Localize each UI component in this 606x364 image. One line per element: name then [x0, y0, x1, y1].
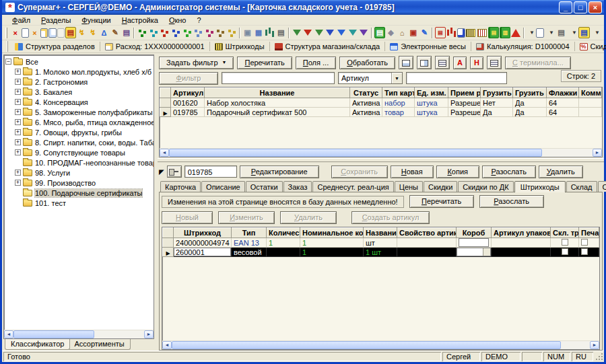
- menu-settings[interactable]: Настройка: [117, 15, 163, 25]
- extra-dropdown-arrow-icon[interactable]: ▼: [593, 30, 601, 36]
- structure-red-alt-icon[interactable]: [204, 27, 215, 38]
- journal-dropdown-icon[interactable]: ▤: [578, 27, 590, 38]
- expand-plus-icon[interactable]: +: [15, 99, 21, 105]
- lookup-button[interactable]: [483, 248, 490, 256]
- column-header[interactable]: Грузить в в: [481, 88, 513, 98]
- scroll-right-icon[interactable]: ►: [144, 330, 154, 338]
- column-header[interactable]: Скл. треб.: [551, 228, 579, 238]
- tree-item[interactable]: +1. Молоко мол.продукты, хлеб х/б издели: [5, 67, 154, 77]
- tab-electronic-scales[interactable]: Электронные весы: [384, 42, 471, 51]
- column-header[interactable]: Количество: [267, 228, 300, 238]
- scroll-thumb[interactable]: [13, 330, 94, 338]
- expand-plus-icon[interactable]: +: [15, 129, 21, 135]
- funnel-6-icon[interactable]: [347, 27, 358, 38]
- column-header[interactable]: Печать в ц: [579, 228, 599, 238]
- tab-calculation[interactable]: Калькуляция: D1000004: [471, 42, 574, 51]
- expand-plus-icon[interactable]: +: [15, 79, 21, 85]
- toolbar-grip[interactable]: [5, 28, 7, 38]
- printer-icon[interactable]: ▤: [275, 27, 286, 38]
- tree-item[interactable]: +3. Бакалея: [5, 87, 154, 97]
- process-button[interactable]: Обработать: [339, 57, 395, 69]
- copy-card-icon[interactable]: [48, 28, 56, 38]
- tab-barcodes[interactable]: Штрихкоды: [514, 181, 566, 192]
- column-header[interactable]: Коммент: [579, 88, 602, 98]
- tree-item[interactable]: +9. Сопутствующие товары: [5, 147, 154, 157]
- expand-plus-icon[interactable]: +: [15, 69, 21, 75]
- column-header[interactable]: Штрихкод: [174, 228, 232, 238]
- column-header[interactable]: Артикул упаковки: [492, 228, 551, 238]
- tree-item[interactable]: +5. Замороженные полуфабрикаты: [5, 107, 154, 117]
- tab-assortments[interactable]: Ассортименты: [68, 339, 130, 350]
- chart-red-icon[interactable]: [446, 27, 457, 38]
- tree-item[interactable]: +8. Спирт. напитки, соки, воды. Табачные: [5, 137, 154, 147]
- structure-cyan-alt-icon[interactable]: [193, 27, 203, 38]
- card-row-current[interactable]: ▶ 019785 Подарочный сертификат 500 Актив…: [160, 108, 602, 117]
- scroll-thumb[interactable]: [169, 149, 542, 157]
- tab-classifier[interactable]: Классификатор: [5, 339, 70, 350]
- barcode-cell-editor[interactable]: 2600001: [174, 248, 231, 256]
- cancel-icon[interactable]: ×: [10, 27, 21, 38]
- split-none-button[interactable]: [435, 56, 450, 69]
- doc-red-icon[interactable]: ▤: [435, 27, 446, 38]
- column-header[interactable]: Тип: [232, 228, 267, 238]
- close-button[interactable]: ×: [588, 1, 602, 13]
- cart-icon[interactable]: ▣: [408, 27, 419, 38]
- tree-item[interactable]: +7. Овощи, фрукты, грибы: [5, 127, 154, 137]
- hierarchy-icon[interactable]: [215, 27, 226, 38]
- doc-blue-icon[interactable]: [457, 28, 465, 38]
- structure-green-icon[interactable]: [137, 27, 147, 38]
- set-filter-button[interactable]: Задать фильтр▼: [159, 57, 234, 69]
- menu-help[interactable]: ?: [192, 15, 205, 25]
- brush-icon[interactable]: ✎: [419, 27, 430, 38]
- barcodes-send-button[interactable]: Разослать: [479, 195, 544, 208]
- expand-plus-icon[interactable]: +: [15, 149, 21, 155]
- paste-card-icon[interactable]: [57, 28, 65, 38]
- new-button[interactable]: Новая: [391, 166, 434, 178]
- column-header[interactable]: Название: [364, 228, 397, 238]
- tab-discounts[interactable]: Скидки: [424, 181, 457, 192]
- combo-dropdown-icon[interactable]: ▼: [391, 73, 402, 83]
- card-row[interactable]: 001620 Набор холостяка Активна набор шту…: [160, 98, 602, 108]
- quick-filter-alt-icon[interactable]: ↯: [88, 27, 98, 38]
- send-button[interactable]: Разослать: [482, 166, 536, 178]
- structure-cyan-icon[interactable]: [148, 27, 159, 38]
- new-doc-dropdown-arrow-icon[interactable]: ▼: [528, 30, 536, 36]
- list-mode-button[interactable]: [487, 56, 502, 69]
- collapse-minus-icon[interactable]: −: [5, 59, 11, 65]
- structure-blue-icon[interactable]: [170, 27, 181, 38]
- edit-card-icon[interactable]: [40, 28, 48, 38]
- tree-item[interactable]: +99. Производство: [5, 178, 154, 188]
- column-header[interactable]: Название: [205, 88, 350, 98]
- barcode-2-icon[interactable]: [477, 27, 487, 38]
- scroll-left-icon[interactable]: ◄: [162, 341, 172, 349]
- column-header[interactable]: Прием разр: [448, 88, 481, 98]
- tree-item[interactable]: +4. Консервация: [5, 97, 154, 107]
- tree-item[interactable]: +2. Гастрономия: [5, 77, 154, 87]
- diamond-icon[interactable]: ◆: [386, 27, 397, 38]
- structure-green-alt-icon[interactable]: [182, 27, 193, 38]
- barcodes-reread-button[interactable]: Перечитать: [409, 195, 474, 208]
- resize-grip[interactable]: [595, 352, 603, 361]
- copy-button[interactable]: Копия: [436, 166, 479, 178]
- horizontal-splitter[interactable]: [158, 158, 604, 162]
- funnel-5-icon[interactable]: [336, 27, 347, 38]
- minimize-button[interactable]: _: [559, 1, 572, 13]
- pin-button[interactable]: [167, 166, 182, 178]
- tree-item[interactable]: +6. Мясо, рыба, птица охлажденное: [5, 117, 154, 127]
- column-header[interactable]: Тип карточк: [382, 88, 415, 98]
- document-green-icon[interactable]: ▤: [374, 27, 385, 38]
- scroll-left-icon[interactable]: ◄: [160, 149, 169, 157]
- print-dropdown-icon[interactable]: ▤: [556, 27, 567, 38]
- book-green-icon[interactable]: ▤: [488, 27, 499, 38]
- tab-avg-sales[interactable]: Среднесут. реал-ция: [312, 181, 393, 192]
- filter-text-input[interactable]: [406, 72, 507, 84]
- expand-plus-icon[interactable]: +: [15, 170, 21, 176]
- warehouse-required-checkbox[interactable]: [562, 239, 568, 246]
- filter-n-button[interactable]: Н: [470, 57, 483, 69]
- menu-functions[interactable]: Функции: [77, 15, 115, 25]
- print-price-checkbox[interactable]: [581, 248, 588, 255]
- tab-store-structure[interactable]: Структура магазина/склада: [269, 42, 385, 51]
- column-header[interactable]: Артикул: [171, 88, 205, 98]
- tabbar-grip[interactable]: [7, 41, 8, 52]
- tab-sections-structure[interactable]: Структура разделов: [10, 42, 100, 51]
